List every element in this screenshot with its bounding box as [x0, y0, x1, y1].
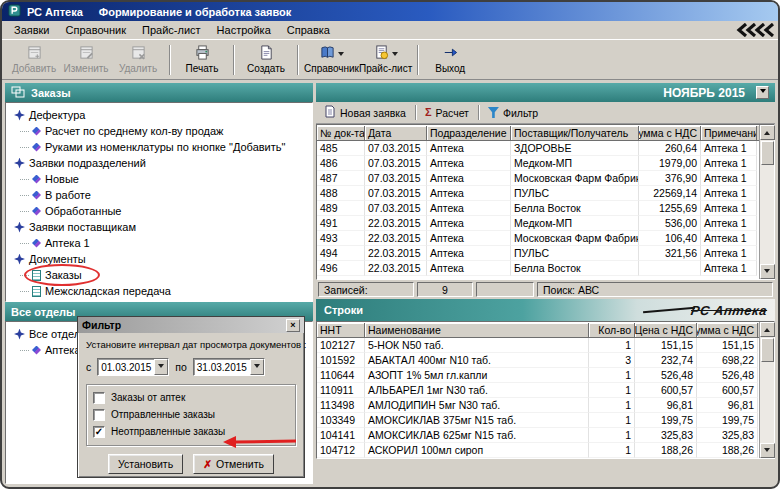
menu-item[interactable]: Заявки — [6, 22, 58, 38]
create-icon — [259, 45, 274, 62]
scroll-down-button[interactable] — [760, 264, 775, 279]
calc-button[interactable]: Σ Расчет — [421, 106, 473, 120]
order-row[interactable]: 485 07.03.2015 Аптека ЗДОРОВЬЕ 260,64 Ап… — [317, 141, 759, 156]
cell-date: 22.03.2015 — [365, 216, 427, 231]
orders-scrollbar[interactable] — [759, 125, 774, 279]
order-row[interactable]: 487 07.03.2015 Аптека Московская Фарм Фа… — [317, 171, 759, 186]
order-row[interactable]: 491 22.03.2015 Аптека Медком-МП 536,00 А… — [317, 216, 759, 231]
filter-options-group: Заказы от аптек Отправленные заказы ✓ Не… — [86, 384, 296, 446]
tree-item-calc-avg[interactable]: Расчет по среднему кол-ву продаж — [6, 123, 312, 139]
menu-item[interactable]: Настройка — [209, 22, 279, 38]
column-header[interactable]: Кол-во — [589, 323, 635, 337]
tree-item-in-work[interactable]: В работе — [6, 187, 312, 203]
date-to-picker[interactable]: 31.03.2015 — [193, 358, 265, 376]
date-from-picker[interactable]: 01.03.2015 — [97, 358, 169, 376]
column-header[interactable]: Подразделение — [427, 126, 511, 140]
create-button[interactable]: Создать — [240, 41, 292, 78]
new-order-button[interactable]: Новая заявка — [320, 104, 410, 121]
tree-item-new[interactable]: Новые — [6, 171, 312, 187]
checkbox-sent-orders[interactable]: Отправленные заказы — [93, 406, 289, 423]
cell-price: 151,15 — [635, 338, 697, 353]
column-header[interactable]: Дата — [365, 126, 427, 140]
reference-button[interactable]: Справочник — [304, 41, 359, 78]
cell-price: 325,83 — [635, 428, 697, 443]
add-button[interactable]: Добавить — [8, 41, 60, 78]
line-row[interactable]: 101592 АБАКТАЛ 400мг N10 таб. 3 232,74 6… — [317, 353, 759, 368]
checkbox-label: Заказы от аптек — [111, 392, 185, 403]
lines-scrollbar[interactable] — [759, 322, 774, 458]
date-from-dropdown-button[interactable] — [154, 359, 168, 375]
order-row[interactable]: 493 22.03.2015 Аптека Московская Фарм Фа… — [317, 231, 759, 246]
tree-label: Аптека — [45, 344, 81, 356]
line-row[interactable]: 104141 АМОКСИКЛАВ 625мг N15 таб. 1 325,8… — [317, 428, 759, 443]
tree-item-apteka1[interactable]: Аптека 1 — [6, 235, 312, 251]
order-row[interactable]: 488 07.03.2015 Аптека ПУЛЬС 22569,14 Апт… — [317, 186, 759, 201]
line-row[interactable]: 113498 АМЛОДИПИН 5мг N30 таб. 1 96,81 96… — [317, 398, 759, 413]
reference-dropdown-icon[interactable] — [338, 52, 344, 59]
close-icon[interactable]: × — [286, 319, 300, 332]
line-row[interactable]: 103349 АМОКСИКЛАВ 375мг N15 таб. 1 199,7… — [317, 413, 759, 428]
tree-item-orders[interactable]: Заказы — [6, 267, 312, 283]
line-row[interactable]: 102127 5-НОК N50 таб. 1 151,15 151,15 — [317, 338, 759, 353]
cell-price: 232,74 — [635, 353, 697, 368]
pricelist-dropdown-icon[interactable] — [392, 52, 398, 59]
column-header[interactable]: Наименование — [365, 323, 589, 337]
tree-item-defektura[interactable]: Дефектура — [6, 107, 312, 123]
order-row[interactable]: 489 07.03.2015 Аптека Белла Восток 1255,… — [317, 201, 759, 216]
cell-department: Аптека — [427, 201, 511, 216]
filter-dialog-title: Фильтр — [82, 319, 121, 331]
category-icon — [14, 110, 25, 121]
exit-button[interactable]: Выход — [424, 41, 476, 78]
search-box: Поиск: АВС — [537, 282, 773, 297]
delete-label: Удалить — [119, 63, 157, 74]
order-row[interactable]: 494 22.03.2015 Аптека ПУЛЬС 321,56 Аптек… — [317, 246, 759, 261]
cell-total: 96,81 — [697, 398, 758, 413]
column-header[interactable]: № док-та — [317, 126, 365, 140]
scroll-down-button[interactable] — [760, 443, 775, 458]
column-header[interactable]: Сумма с НДС — [639, 126, 701, 140]
scroll-thumb[interactable] — [761, 141, 774, 165]
line-row[interactable]: 110644 АЗОПТ 1% 5мл гл.капли 1 526,48 52… — [317, 368, 759, 383]
order-row[interactable]: 486 07.03.2015 Аптека Медком-МП 1979,00 … — [317, 156, 759, 171]
tree-item-supplier-orders[interactable]: Заявки поставщикам — [6, 219, 312, 235]
checkbox-unchecked[interactable] — [93, 409, 105, 421]
pricelist-icon — [374, 45, 389, 62]
line-row[interactable]: 104712 АСКОРИЛ 100мл сироп 1 188,26 188,… — [317, 443, 759, 458]
cancel-button[interactable]: ✗Отменить — [193, 454, 274, 474]
column-header[interactable]: Сумма с НДС — [697, 323, 758, 337]
tree-item-manual[interactable]: Руками из номенклатуры по кнопке "Добави… — [6, 139, 312, 155]
menu-item[interactable]: Прайс-лист — [134, 22, 209, 38]
tree-item-dept-orders[interactable]: Заявки подразделений — [6, 155, 312, 171]
delete-button[interactable]: Удалить — [112, 41, 164, 78]
line-row[interactable]: 110911 АЛЬБАРЕЛ 1мг N30 таб. 1 600,57 60… — [317, 383, 759, 398]
date-to-dropdown-button[interactable] — [250, 359, 264, 375]
filter-dialog-titlebar[interactable]: Фильтр × — [78, 317, 304, 333]
apply-button[interactable]: Установить — [108, 454, 183, 474]
scroll-up-button[interactable] — [760, 322, 775, 337]
checkbox-unsent-orders[interactable]: ✓ Неотправленные заказы — [93, 423, 289, 440]
edit-button[interactable]: Изменить — [60, 41, 112, 78]
order-row[interactable]: 496 22.03.2015 Аптека Белла Восток Аптек… — [317, 261, 759, 276]
lines-section-title: Строки — [324, 304, 363, 316]
tree-item-processed[interactable]: Обработанные — [6, 203, 312, 219]
checkbox-checked[interactable]: ✓ — [93, 426, 105, 438]
menu-item[interactable]: Справочник — [58, 22, 135, 38]
tree-item-documents[interactable]: Документы — [6, 251, 312, 267]
checkbox-unchecked[interactable] — [93, 392, 105, 404]
column-header[interactable]: Примечание — [701, 126, 757, 140]
filter-button[interactable]: Фильтр — [484, 106, 542, 120]
calc-label: Расчет — [436, 107, 469, 119]
column-header[interactable]: Поставщик/Получатель — [511, 126, 639, 140]
scroll-thumb[interactable] — [761, 338, 774, 362]
cell-qty: 3 — [589, 353, 635, 368]
checkbox-orders-from-pharmacies[interactable]: Заказы от аптек — [93, 389, 289, 406]
scroll-up-button[interactable] — [760, 125, 775, 140]
month-dropdown-button[interactable] — [756, 86, 769, 99]
column-header[interactable]: ННТ — [317, 323, 365, 337]
menu-item[interactable]: Справка — [279, 22, 338, 38]
filter-prompt: Установите интервал дат просмотра докуме… — [86, 339, 296, 350]
column-header[interactable]: Цена с НДС — [635, 323, 697, 337]
pricelist-button[interactable]: Прайс-лист — [359, 41, 412, 78]
tree-item-transfer[interactable]: Межскладская передача — [6, 283, 312, 299]
print-button[interactable]: Печать — [176, 41, 228, 78]
